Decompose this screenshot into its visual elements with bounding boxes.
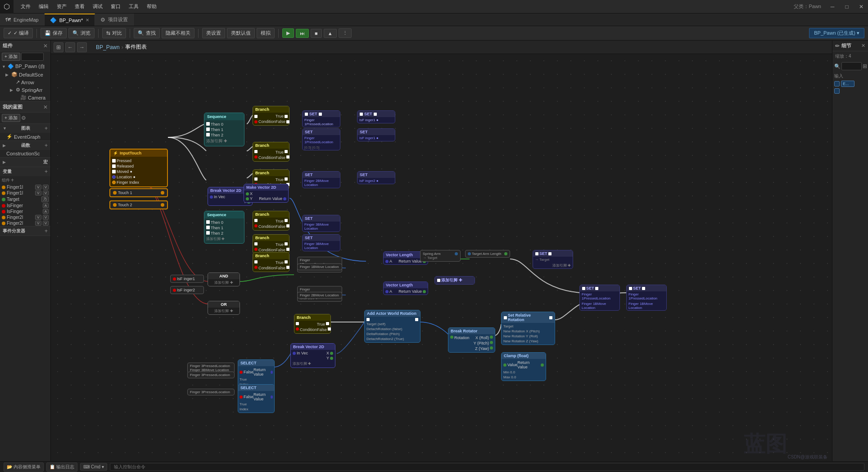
diff-button[interactable]: ⇆ 对比 (102, 28, 126, 38)
menu-window[interactable]: 窗口 (107, 2, 124, 11)
node-set5[interactable]: SET Finger 2BMove Location (302, 171, 340, 188)
bp-settings-icon[interactable]: ⚙ (21, 115, 26, 121)
node-set-r1[interactable]: SET Finger 1PressedLocation Finger 1BMov… (579, 285, 620, 311)
step-button[interactable]: ▲ (324, 29, 337, 38)
node-f3-location3[interactable]: Finger 3PressedLocation (187, 389, 235, 395)
tree-item-arrow[interactable]: ↗ Arrow (0, 78, 50, 86)
node-sequence[interactable]: Sequence Then 0 Then 1 Then 2 (204, 113, 244, 146)
tree-item-bppawn[interactable]: ▼ 🔷 BP_Pawn (自 (0, 62, 50, 71)
menu-asset[interactable]: 资产 (53, 2, 70, 11)
node-branch-move[interactable]: Branch True Condition False (294, 314, 331, 334)
node-set-r2[interactable]: SET Finger 1PressedLocation Finger 1BMov… (626, 285, 667, 311)
menu-debug[interactable]: 调试 (89, 2, 106, 11)
stop-button[interactable]: ■ (311, 29, 322, 38)
var-finger2l-1[interactable]: Finger2l VV (0, 214, 50, 220)
play-button[interactable]: ▶ (282, 28, 294, 38)
cmd-button[interactable]: ⌨ Cmd ▾ (80, 463, 107, 471)
node-set3[interactable]: SET Finger 1PressedLocation [0.5] [0.5] (302, 128, 340, 150)
node-inputtouch[interactable]: ⚡ InputTouch Pressed Released (109, 149, 168, 187)
console-input[interactable] (110, 463, 864, 471)
tree-item-springarm[interactable]: ▶ ⚙ SpringArr (0, 86, 50, 94)
menu-edit[interactable]: 编辑 (35, 2, 52, 11)
node-branch2[interactable]: Branch True Condition False (253, 142, 289, 162)
var-finger1l-1[interactable]: Finger1l VV (0, 184, 50, 190)
add-bp-button[interactable]: + 添加 (2, 114, 20, 122)
tree-item-construction[interactable]: ConstructionSc (0, 150, 50, 157)
simulate-button[interactable]: 模拟 (257, 28, 275, 38)
menu-tools[interactable]: 工具 (125, 2, 142, 11)
node-set4[interactable]: SET IsF inger1 ● (357, 128, 395, 141)
close-left-panel[interactable]: ✕ (43, 43, 48, 49)
expand-components-icon[interactable]: + (11, 177, 14, 183)
close-bp-panel[interactable]: ✕ (43, 104, 48, 110)
node-set1[interactable]: SET Finger 1PressedLocation (302, 110, 340, 127)
tab-project-settings[interactable]: ⚙ 项目设置 (95, 14, 134, 26)
add-event-icon[interactable]: + (45, 228, 48, 234)
browse-button[interactable]: 🔍 浏览 (68, 28, 95, 38)
node-touch2[interactable]: Touch 2 (109, 200, 168, 209)
component-search[interactable] (21, 53, 44, 61)
node-branch-main[interactable]: Branch True Condition False (253, 252, 289, 272)
node-branch4[interactable]: Branch True Condition False (253, 211, 289, 231)
node-branch1[interactable]: Branch True Condition False (253, 106, 289, 126)
nav-forward-button[interactable]: → (77, 42, 87, 52)
node-vec-length2[interactable]: Vector Length A Return Value (383, 281, 428, 295)
options-button[interactable]: ⋮ (339, 28, 352, 38)
breadcrumb-root[interactable]: BP_Pawn (96, 44, 120, 50)
node-isfinger2[interactable]: IsF inger2 (170, 286, 204, 294)
node-set-rel-rot[interactable]: Set Relative Rotation Target New Rotatio… (501, 312, 555, 345)
node-finger1-moved[interactable]: Finger 1BMove Location (297, 263, 342, 270)
node-clamp[interactable]: Clamp (float) Value Return Value Min 0.0… (501, 352, 546, 381)
filter-check-2[interactable] (834, 88, 840, 94)
functions-section-header[interactable]: ▶ 函数 + (0, 141, 50, 150)
node-set2[interactable]: SET IsF inger1 ● (357, 110, 395, 123)
node-sequence2[interactable]: Sequence Then 0 Then 1 Then 2 (204, 211, 244, 244)
save-button[interactable]: 💾 保存 (41, 28, 67, 38)
node-set8[interactable]: SET Finger 3BMove Location (302, 234, 340, 251)
maximize-button[interactable]: □ (840, 0, 854, 14)
minimize-button[interactable]: ─ (826, 0, 839, 14)
node-finger2-moved[interactable]: Finger 2BMove Location (297, 292, 342, 299)
tree-item-eventgraph[interactable]: ⚡ EventGraph (0, 133, 50, 141)
node-add-rotation[interactable]: Add Actor World Rotation Target (self) D… (364, 310, 420, 343)
node-set-final-top[interactable]: SET → Target 添加引脚 ✚ (533, 250, 573, 269)
close-button[interactable]: ✕ (854, 0, 868, 14)
node-or[interactable]: OR 添加引脚 ✚ (208, 301, 240, 315)
add-func-icon[interactable]: + (45, 142, 48, 149)
node-branch5[interactable]: Branch True Condition False (253, 234, 289, 254)
graph-mode-button[interactable]: ⊞ (54, 42, 63, 52)
filter-check-1[interactable] (834, 81, 840, 86)
right-search-input[interactable] (841, 62, 862, 70)
bp-name-button[interactable]: BP_Pawn (已生成) ▾ (809, 28, 864, 38)
find-button[interactable]: 🔍 查找 (134, 28, 160, 38)
add-var-icon[interactable]: + (45, 168, 48, 175)
node-break-vec2[interactable]: Break Vector 2D In Vec X Y 添加引脚 ✚ (290, 343, 335, 368)
menu-help[interactable]: 帮助 (143, 2, 160, 11)
skip-button[interactable]: ⏭ (296, 29, 309, 38)
node-add-set-arm[interactable]: 添加引脚 ✚ (434, 276, 475, 285)
node-set7[interactable]: SET Finger 3BMove Location (302, 215, 340, 232)
tree-item-camera[interactable]: 🎥 Camera (0, 94, 50, 101)
node-touch1[interactable]: Touch 1 (109, 188, 168, 197)
class-settings-button[interactable]: 类设置 (202, 28, 225, 38)
node-and[interactable]: AND 添加引脚 ✚ (208, 272, 240, 286)
macro-header[interactable]: ▶ 宏 (0, 158, 50, 167)
grid-icon[interactable]: ⊞ (863, 63, 867, 69)
graph-canvas[interactable]: ⚡ InputTouch Pressed Released (51, 54, 832, 472)
node-isfinger1[interactable]: IsF inger1 (170, 275, 204, 283)
node-make-vector[interactable]: Make Vector 2D X Y Return Value (244, 184, 289, 203)
content-browser-button[interactable]: 📂 内容侧滑菜单 (4, 463, 44, 472)
hide-unrelated-button[interactable]: 隐藏不相关 (162, 28, 194, 38)
tab-bp-pawn[interactable]: 🔷 BP_Pawn* ✕ (45, 14, 95, 26)
graphs-section-header[interactable]: ▼ 图表 + (0, 124, 50, 133)
tab-bp-pawn-close[interactable]: ✕ (86, 18, 89, 23)
output-log-button[interactable]: 📋 输出日志 (46, 463, 77, 472)
menu-file[interactable]: 文件 (17, 2, 34, 11)
variables-header[interactable]: 变量 + (0, 167, 50, 176)
close-right-panel[interactable]: ✕ (861, 43, 865, 49)
nav-back-button[interactable]: ← (65, 42, 75, 52)
node-select2[interactable]: SELECT False Return Value True Index (238, 384, 275, 413)
node-target-arm-len[interactable]: Target Arm Length (465, 250, 510, 258)
node-spring-arm-get[interactable]: Spring Arm → Target (420, 250, 461, 262)
var-isfinger-2[interactable]: IsFinger A (0, 209, 50, 214)
